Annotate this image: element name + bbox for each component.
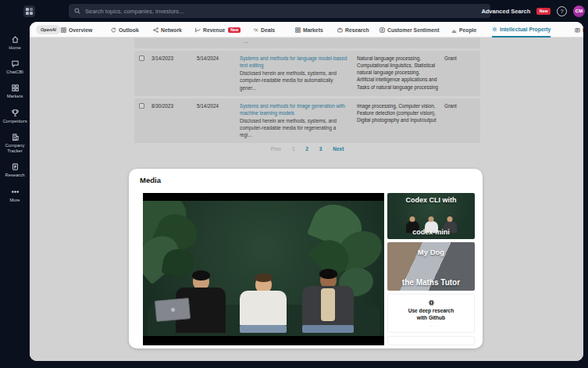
patent-title-link[interactable]: Systems and methods for image generation… — [240, 102, 349, 116]
sidebar-item-home[interactable]: Home — [0, 31, 30, 55]
cell-date-granted: 5/14/2024 — [197, 102, 240, 139]
tab-revenue[interactable]: Revenue New — [195, 22, 241, 38]
tab-label: Intellectual Property — [500, 27, 551, 32]
company-tab-bar: OpenAI Overview Outlook Network Revenue … — [30, 22, 583, 38]
grid-icon — [11, 84, 20, 92]
sidebar-label: Company Tracker — [2, 143, 27, 154]
tab-label: People — [459, 27, 476, 33]
sidebar-item-more[interactable]: More — [0, 184, 30, 208]
overview-icon — [61, 27, 66, 33]
tab-markets[interactable]: Markets — [295, 22, 323, 38]
tab-label: Markets — [303, 27, 323, 33]
media-card: Media — [129, 169, 483, 348]
sidebar-label: ChatCBI — [6, 70, 23, 75]
truncated-text: ... — [244, 38, 248, 44]
tab-customer-sentiment[interactable]: Customer Sentiment — [380, 22, 439, 38]
tab-research[interactable]: Research — [337, 22, 369, 38]
outlook-icon — [111, 27, 116, 33]
help-icon[interactable]: ? — [557, 6, 567, 16]
media-thumbnail-codex-cli[interactable]: Codex CLI with codex-mini — [387, 193, 475, 239]
sidebar-label: Research — [5, 173, 25, 178]
tab-label: Outlook — [119, 27, 139, 33]
media-card-partial[interactable] — [387, 336, 475, 345]
tab-label: Revenue — [203, 27, 225, 33]
sidebar-label: Home — [9, 45, 20, 51]
search-input[interactable] — [85, 8, 485, 15]
company-pill-openai[interactable]: OpenAI — [36, 25, 61, 34]
customer-sentiment-icon — [380, 27, 385, 33]
network-icon — [153, 27, 159, 33]
patent-description: Disclosed herein are methods, systems, a… — [240, 70, 337, 90]
search-icon — [74, 8, 80, 14]
document-icon — [11, 163, 20, 171]
media-thumbnail-my-dog[interactable]: My Dog the Maths Tutor — [387, 242, 475, 291]
tab-overview[interactable]: Overview — [61, 22, 92, 38]
tab-intellectual-property[interactable]: Intellectual Property — [492, 22, 551, 38]
advanced-search-new-badge: New — [536, 8, 551, 15]
tab-outlook[interactable]: Outlook — [111, 22, 139, 38]
chat-icon — [11, 59, 20, 68]
table-row: 3/14/2023 5/14/2024 Systems and methods … — [134, 51, 480, 96]
intellectual-property-icon — [492, 27, 497, 32]
tab-news[interactable]: News — [575, 22, 583, 38]
card-title-line: Use deep research — [408, 308, 454, 313]
tab-label: Deals — [261, 27, 275, 33]
trophy-icon — [11, 109, 20, 117]
content-area: ... 3/14/2023 5/14/2024 Systems and meth… — [30, 38, 583, 361]
user-avatar[interactable]: CM — [573, 5, 585, 17]
cell-categories: Image processing, Computer vision, Featu… — [357, 102, 444, 139]
row-checkbox[interactable] — [139, 103, 144, 109]
sidebar-label: Competitors — [2, 119, 27, 124]
sidebar-label: More — [9, 198, 20, 203]
cell-status: Grant — [444, 55, 474, 91]
pagination: Prev 1 2 3 Next — [134, 146, 480, 152]
sidebar-item-company-tracker[interactable]: Company Tracker — [2, 129, 28, 159]
tab-network[interactable]: Network — [153, 22, 182, 38]
cell-date-filed: 8/30/2023 — [151, 102, 197, 139]
pagination-page-1[interactable]: 1 — [292, 146, 295, 152]
openai-logo-icon — [428, 299, 435, 306]
cell-categories: Natural language processing, Computation… — [357, 55, 444, 91]
patents-table: ... 3/14/2023 5/14/2024 Systems and meth… — [134, 38, 480, 145]
ellipsis-icon — [11, 188, 20, 196]
pagination-page-3[interactable]: 3 — [319, 146, 323, 152]
home-icon — [11, 35, 20, 44]
pagination-prev[interactable]: Prev — [271, 146, 281, 152]
patent-title-link[interactable]: Systems and methods for language model-b… — [240, 55, 349, 69]
patent-description: Disclosed herein are methods, systems, a… — [240, 118, 337, 138]
top-bar: Advanced Search New ? CM — [0, 0, 588, 22]
revenue-new-badge: New — [228, 27, 241, 33]
sidebar-item-markets[interactable]: Markets — [0, 80, 30, 104]
logo-grid-icon — [26, 8, 33, 15]
tab-people[interactable]: People — [451, 22, 476, 38]
tab-deals[interactable]: Deals — [253, 22, 275, 38]
revenue-icon — [195, 27, 201, 33]
thumbnail-title-line: codex-mini — [387, 228, 475, 236]
sidebar-item-competitors[interactable]: Competitors — [0, 105, 30, 129]
tab-label: Research — [345, 27, 369, 33]
thumbnail-title-line: My Dog — [387, 248, 475, 256]
cell-date-granted: 5/14/2024 — [197, 55, 240, 91]
sidebar-label: Markets — [7, 94, 23, 99]
tab-label: Customer Sentiment — [387, 27, 439, 33]
pagination-page-2[interactable]: 2 — [305, 146, 308, 152]
people-icon — [451, 27, 457, 33]
media-card-deep-research[interactable]: Use deep research with Github ... — [387, 294, 475, 333]
person-left — [176, 273, 226, 333]
table-row-partial: ... — [134, 38, 480, 48]
sidebar-item-research[interactable]: Research — [0, 159, 30, 183]
video-still — [143, 201, 384, 336]
advanced-search-link[interactable]: Advanced Search — [481, 8, 530, 15]
news-icon — [575, 27, 580, 33]
cb-insights-logo[interactable] — [23, 5, 35, 17]
cell-date-filed: 3/14/2023 — [151, 55, 197, 91]
pagination-next[interactable]: Next — [333, 146, 344, 152]
deals-icon — [253, 27, 258, 33]
sidebar-item-chatcbi[interactable]: ChatCBI — [0, 55, 30, 80]
markets-icon — [295, 27, 301, 33]
row-checkbox[interactable] — [139, 55, 144, 61]
tab-label: News — [583, 27, 583, 33]
video-player[interactable] — [143, 193, 384, 345]
thumbnail-title-line: Codex CLI with — [387, 196, 475, 204]
card-more-ellipsis: ... — [429, 323, 433, 327]
